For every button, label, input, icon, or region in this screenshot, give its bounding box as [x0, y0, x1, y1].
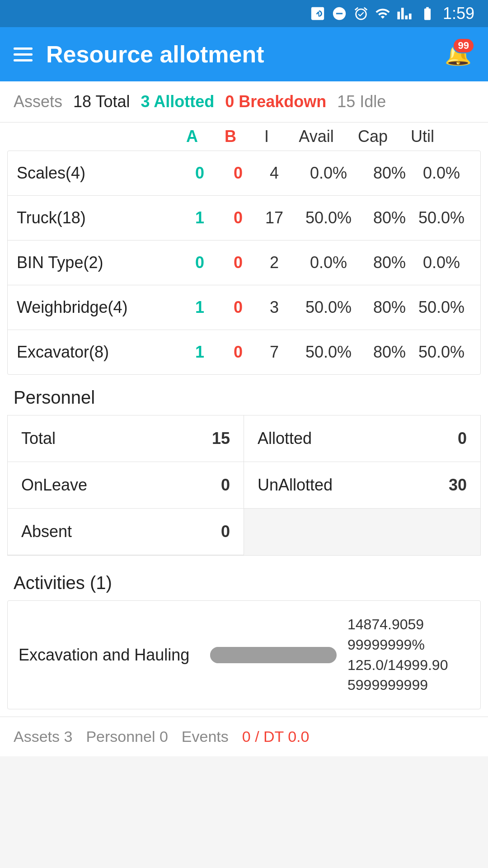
activity-percent: 14874.905999999999%125.0/14999.905999999… — [347, 614, 469, 695]
asset-cap: 80% — [365, 253, 414, 272]
asset-row[interactable]: Truck(18) 1 0 17 50.0% 80% 50.0% — [8, 196, 480, 241]
asset-util: 0.0% — [414, 164, 469, 183]
personnel-label: UnAllotted — [258, 476, 333, 495]
asset-row[interactable]: Weighbridge(4) 1 0 3 50.0% 80% 50.0% — [8, 285, 480, 330]
personnel-label: Allotted — [258, 429, 312, 448]
asset-cap: 80% — [365, 164, 414, 183]
asset-allotted: 1 — [179, 208, 220, 227]
asset-avail: 50.0% — [292, 208, 365, 227]
asset-util: 50.0% — [414, 343, 469, 362]
asset-name: Scales(4) — [17, 164, 179, 183]
personnel-value: 15 — [212, 429, 230, 448]
personnel-cell: Total 15 — [8, 415, 244, 462]
asset-avail: 0.0% — [292, 253, 365, 272]
wifi-icon — [375, 6, 390, 21]
asset-name: Weighbridge(4) — [17, 298, 179, 317]
assets-idle: 15 Idle — [337, 92, 386, 111]
personnel-value: 0 — [458, 429, 467, 448]
asset-idle: 3 — [256, 298, 292, 317]
personnel-grid: Total 15 Allotted 0 OnLeave 0 UnAllotted… — [7, 415, 481, 556]
assets-allotted: 3 Allotted — [141, 92, 214, 111]
col-header-i: I — [249, 127, 285, 146]
asset-name: Truck(18) — [17, 208, 179, 227]
col-header-a: A — [172, 127, 212, 146]
menu-button[interactable] — [14, 47, 33, 61]
asset-row[interactable]: Scales(4) 0 0 4 0.0% 80% 0.0% — [8, 151, 480, 196]
asset-row[interactable]: Excavator(8) 1 0 7 50.0% 80% 50.0% — [8, 330, 480, 374]
asset-breakdown: 0 — [220, 343, 256, 362]
activity-row: Excavation and Hauling 14874.90599999999… — [19, 614, 469, 695]
asset-avail: 50.0% — [292, 343, 365, 362]
col-header-avail: Avail — [285, 127, 348, 146]
col-header-b: B — [212, 127, 249, 146]
app-bar: Resource allotment 🔔 99 — [0, 27, 488, 81]
battery-icon — [418, 6, 436, 21]
assets-summary-row: Assets 18 Total 3 Allotted 0 Breakdown 1… — [0, 81, 488, 123]
asset-idle: 4 — [256, 164, 292, 183]
asset-allotted: 1 — [179, 298, 220, 317]
assets-total: 18 Total — [73, 92, 130, 111]
personnel-label: OnLeave — [21, 476, 87, 495]
status-bar: 1:59 — [0, 0, 488, 27]
asset-name: BIN Type(2) — [17, 253, 179, 272]
notification-badge: 99 — [453, 38, 474, 53]
asset-name: Excavator(8) — [17, 343, 179, 362]
asset-cap: 80% — [365, 298, 414, 317]
activities-section: Activities (1) Excavation and Hauling 14… — [0, 560, 488, 709]
asset-util: 50.0% — [414, 298, 469, 317]
activities-section-label: Activities (1) — [0, 560, 488, 600]
minus-icon — [332, 6, 347, 21]
summary-assets: Assets 3 — [14, 728, 72, 745]
personnel-value: 0 — [221, 522, 230, 541]
nfc-icon — [310, 6, 325, 21]
asset-breakdown: 0 — [220, 253, 256, 272]
col-header-cap: Cap — [348, 127, 398, 146]
asset-idle: 2 — [256, 253, 292, 272]
activity-name: Excavation and Hauling — [19, 646, 199, 665]
asset-util: 0.0% — [414, 253, 469, 272]
notification-button[interactable]: 🔔 99 — [442, 38, 474, 71]
asset-avail: 50.0% — [292, 298, 365, 317]
personnel-cell: UnAllotted 30 — [244, 462, 480, 509]
status-icons: 1:59 — [310, 4, 474, 23]
asset-row[interactable]: BIN Type(2) 0 0 2 0.0% 80% 0.0% — [8, 241, 480, 285]
asset-cap: 80% — [365, 208, 414, 227]
asset-breakdown: 0 — [220, 298, 256, 317]
personnel-label: Total — [21, 429, 56, 448]
asset-allotted: 1 — [179, 343, 220, 362]
bottom-summary: Assets 3 Personnel 0 Events 0 / DT 0.0 — [0, 717, 488, 756]
personnel-value: 0 — [221, 476, 230, 495]
progress-bar-container — [210, 647, 337, 663]
asset-idle: 7 — [256, 343, 292, 362]
asset-breakdown: 0 — [220, 208, 256, 227]
asset-idle: 17 — [256, 208, 292, 227]
personnel-cell-empty — [244, 509, 480, 555]
page-title: Resource allotment — [46, 41, 442, 68]
personnel-cell: Allotted 0 — [244, 415, 480, 462]
personnel-cell: Absent 0 — [8, 509, 244, 555]
asset-breakdown: 0 — [220, 164, 256, 183]
asset-allotted: 0 — [179, 253, 220, 272]
signal-icon — [397, 6, 412, 21]
alarm-icon — [353, 6, 369, 21]
asset-avail: 0.0% — [292, 164, 365, 183]
personnel-cell: OnLeave 0 — [8, 462, 244, 509]
assets-breakdown: 0 Breakdown — [225, 92, 326, 111]
asset-cap: 80% — [365, 343, 414, 362]
col-header-util: Util — [398, 127, 447, 146]
column-headers: A B I Avail Cap Util — [0, 123, 488, 151]
personnel-section-label: Personnel — [0, 375, 488, 415]
asset-table: Scales(4) 0 0 4 0.0% 80% 0.0% Truck(18) … — [7, 151, 481, 375]
asset-allotted: 0 — [179, 164, 220, 183]
summary-events-value: 0 / DT 0.0 — [242, 728, 310, 745]
activity-item[interactable]: Excavation and Hauling 14874.90599999999… — [7, 600, 481, 709]
main-content: Assets 18 Total 3 Allotted 0 Breakdown 1… — [0, 81, 488, 756]
personnel-label: Absent — [21, 522, 72, 541]
asset-util: 50.0% — [414, 208, 469, 227]
assets-label: Assets — [14, 92, 62, 111]
summary-events: Events — [182, 728, 229, 745]
progress-bar-fill — [210, 647, 335, 663]
summary-personnel: Personnel 0 — [86, 728, 168, 745]
personnel-value: 30 — [449, 476, 467, 495]
time-display: 1:59 — [443, 4, 474, 23]
